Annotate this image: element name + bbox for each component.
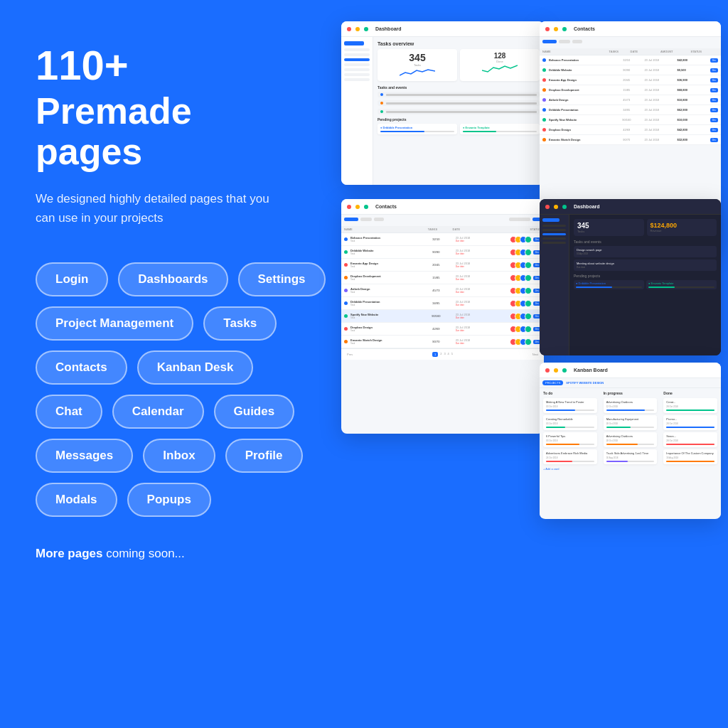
ss-header-contacts-top: Contacts: [540, 21, 721, 37]
kanban-card: Advertisers Embrace Rich Media 24 Oct 20…: [543, 449, 597, 464]
tag-calendar[interactable]: Calendar: [112, 395, 204, 429]
kanban-card: Truck Side Advertising 1on1 Time 30 Aug …: [604, 449, 658, 464]
page-numbers: 1 2 3 4 5: [432, 352, 453, 357]
avatar: [525, 338, 532, 346]
more-pages: More pages coming soon...: [36, 547, 299, 561]
sidebar-item: [344, 73, 370, 76]
tag-popups[interactable]: Popups: [127, 483, 211, 517]
tags-row-1: Login Dashboards Settings: [36, 262, 299, 296]
tag-inbox[interactable]: Inbox: [143, 439, 215, 473]
more-pages-bold: More pages: [36, 547, 102, 560]
sidebar-item: [344, 68, 370, 71]
contacts-big-table-row: Airbnb Design Task 45/73 23 Jul 2018 Due…: [341, 284, 544, 297]
ss-header-dark: Dashboard: [540, 199, 721, 215]
stat-card-done: 128 Done: [460, 49, 540, 81]
screenshot-contacts-big: Contacts NAME TASKS DATE STATUS Behance …: [341, 199, 544, 434]
contacts-title-big: Contacts: [375, 204, 397, 209]
contacts-table-row: Dribbble Website 90/90 23 Jul 2018 $0,50…: [540, 65, 721, 75]
kanban-col-inprogress: In progress Advertising Outdoors 12 Oct …: [601, 391, 660, 515]
contacts-big-table-row: Envanto App Design Task 20/45 23 Jul 201…: [341, 259, 544, 272]
avatar: [525, 287, 532, 294]
task-row: [378, 109, 540, 114]
dark-sidebar: [540, 215, 569, 355]
kanban-card: Making A New Trend in Poster 03 Oct 2018: [543, 398, 597, 413]
tag-profile[interactable]: Profile: [225, 439, 303, 473]
kanban-body: To do Making A New Trend in Poster 03 Oc…: [540, 388, 721, 518]
kanban-tabs: PROJECTS SPOTIFY WEBSITE DESIGN: [540, 378, 721, 388]
sidebar-item: [344, 63, 370, 66]
window-dot-green: [364, 205, 368, 209]
avatar: [525, 262, 532, 269]
tag-messages[interactable]: Messages: [36, 439, 133, 473]
contact-dot: [542, 118, 546, 122]
tag-dashboards[interactable]: Dashboards: [118, 262, 228, 296]
window-dot-green: [562, 27, 567, 31]
tag-project-management[interactable]: Project Management: [36, 306, 193, 341]
filter-tab: [542, 40, 557, 43]
tag-contacts[interactable]: Contacts: [36, 350, 127, 385]
contact-dot: [344, 340, 348, 343]
contacts-big-table-row: Envanto Sketch Design Task 90/70 23 Jul …: [341, 336, 544, 348]
contacts-title: Contacts: [574, 26, 595, 31]
kanban-card: 6 Powerful Tips 03 Oct 2018: [543, 432, 597, 447]
tag-modals[interactable]: Modals: [36, 483, 117, 517]
window-dot-yellow: [554, 205, 558, 209]
projects-title: Pending projects: [378, 117, 540, 122]
project-card: ● Dribbble Presentation: [378, 124, 457, 134]
contact-dot: [344, 237, 348, 241]
add-card-btn[interactable]: + Add a card: [543, 467, 597, 471]
contacts-big-table-body: Behance Presentation Task 32/10 23 Jul 2…: [341, 233, 544, 348]
stat-card-tasks: 345 Tasks: [378, 49, 457, 81]
contact-dot: [542, 128, 546, 132]
tasks-events-title: Tasks and events: [378, 85, 540, 90]
contacts-big-table-row: Dribbble Presentation Task 34/95 23 Jul …: [341, 297, 544, 310]
screenshot-dashboard-top: Dashboard Tasks overview 345 Ta: [341, 21, 544, 185]
kanban-card: Importance Of The Custom Company 30 Aug …: [663, 449, 717, 464]
avatar: [525, 249, 532, 256]
tag-chat[interactable]: Chat: [36, 395, 102, 429]
tag-tasks[interactable]: Tasks: [203, 306, 277, 341]
contacts-big-table-row: Dropbox Development Task 15/85 23 Jul 20…: [341, 272, 544, 284]
dashboard-dark-title: Dashboard: [574, 204, 600, 209]
screenshot-dashboard-dark: Dashboard 345 Tasks $124,800: [540, 199, 721, 355]
contacts-table-row: Envanto Sketch Design 90/70 23 Jul 2018 …: [540, 135, 721, 145]
contacts-big-table-row: Dropbox Design Task 42/69 23 Jul 2018 Du…: [341, 323, 544, 336]
dashboard-title: Dashboard: [375, 26, 402, 31]
contacts-big-table-header: NAME TASKS DATE STATUS: [341, 226, 544, 233]
contact-dot: [542, 98, 546, 102]
window-dot-red: [545, 368, 550, 373]
contacts-big-table-row: Dribbble Website Task 90/90 23 Jul 2018 …: [341, 246, 544, 259]
contacts-table-body: Behance Presentation 32/10 23 Jul 2018 $…: [540, 55, 721, 145]
window-dot-red: [545, 27, 550, 31]
tag-settings[interactable]: Settings: [238, 262, 326, 296]
contacts-big-table-row: Behance Presentation Task 32/10 23 Jul 2…: [341, 233, 544, 246]
contacts-table-row: Airbnb Design 45/73 23 Jul 2018 $10,800 …: [540, 95, 721, 105]
kanban-card: Advertising Outdoors 12 Oct 2018: [604, 398, 658, 413]
kanban-title: Kanban Board: [574, 368, 608, 373]
dashboard-section-title: Tasks overview: [378, 41, 540, 46]
filter-tab: [572, 40, 582, 43]
description: We designed highly detailed pages that y…: [36, 189, 291, 228]
contact-dot: [542, 108, 546, 112]
tags-row-6: Modals Popups: [36, 483, 299, 517]
contacts-filter-bar: [540, 37, 721, 48]
window-dot-red: [347, 205, 351, 209]
contact-dot: [542, 58, 546, 62]
ss-header-contacts-big: Contacts: [341, 199, 544, 215]
contact-dot: [542, 78, 546, 82]
contacts-table-row: Behance Presentation 32/10 23 Jul 2018 $…: [540, 55, 721, 65]
filter-tab: [559, 40, 570, 43]
contact-dot: [542, 88, 546, 92]
tag-kanban-desk[interactable]: Kanban Desk: [137, 350, 254, 385]
contact-dot: [344, 314, 348, 318]
task-row: [378, 100, 540, 106]
contacts-table-row: Spotify New Website 90/160 23 Jul 2018 $…: [540, 115, 721, 125]
window-dot-yellow: [355, 27, 360, 31]
tag-guides[interactable]: Guides: [214, 395, 295, 429]
avatar: [525, 326, 532, 333]
tag-login[interactable]: Login: [36, 262, 108, 296]
more-pages-light: coming soon...: [102, 547, 184, 560]
window-dot-yellow: [355, 205, 360, 209]
contact-dot: [344, 263, 348, 267]
left-panel: 110+ Premade pages We designed highly de…: [0, 0, 334, 728]
